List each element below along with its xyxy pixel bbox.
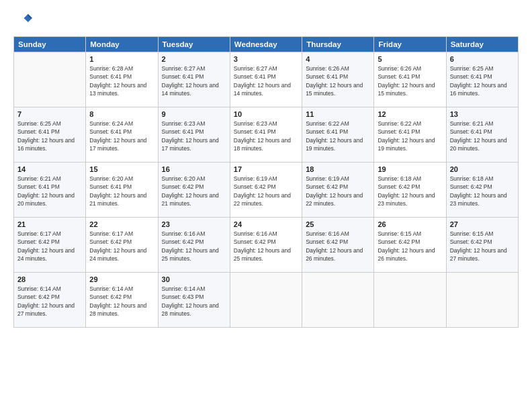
day-number: 19 [378, 165, 442, 173]
day-info: Sunrise: 6:21 AMSunset: 6:41 PMDaylight:… [450, 120, 515, 152]
day-info: Sunrise: 6:25 AMSunset: 6:41 PMDaylight:… [450, 64, 515, 97]
calendar-cell [374, 273, 446, 328]
day-info: Sunrise: 6:27 AMSunset: 6:41 PMDaylight:… [234, 64, 298, 97]
calendar-cell: 12Sunrise: 6:22 AMSunset: 6:41 PMDayligh… [374, 107, 446, 163]
day-info: Sunrise: 6:25 AMSunset: 6:41 PMDaylight:… [17, 120, 82, 152]
day-number: 5 [378, 55, 442, 63]
weekday-header-wednesday: Wednesday [230, 37, 302, 52]
day-info: Sunrise: 6:16 AMSunset: 6:42 PMDaylight:… [234, 230, 298, 263]
day-info: Sunrise: 6:22 AMSunset: 6:41 PMDaylight:… [306, 120, 370, 152]
day-info: Sunrise: 6:19 AMSunset: 6:42 PMDaylight:… [234, 175, 298, 208]
calendar-cell: 30Sunrise: 6:14 AMSunset: 6:43 PMDayligh… [158, 273, 230, 328]
day-info: Sunrise: 6:28 AMSunset: 6:41 PMDaylight:… [89, 64, 154, 97]
calendar-cell: 9Sunrise: 6:23 AMSunset: 6:41 PMDaylight… [158, 107, 230, 163]
weekday-header-friday: Friday [374, 37, 446, 52]
calendar-week-4: 21Sunrise: 6:17 AMSunset: 6:42 PMDayligh… [14, 218, 519, 273]
day-info: Sunrise: 6:26 AMSunset: 6:41 PMDaylight:… [378, 64, 442, 97]
day-number: 24 [234, 220, 298, 228]
calendar-cell: 25Sunrise: 6:16 AMSunset: 6:42 PMDayligh… [302, 218, 374, 273]
logo [13, 11, 35, 30]
day-info: Sunrise: 6:14 AMSunset: 6:42 PMDaylight:… [89, 285, 154, 318]
calendar-cell: 14Sunrise: 6:21 AMSunset: 6:41 PMDayligh… [14, 163, 86, 218]
day-number: 16 [162, 165, 226, 173]
calendar-cell: 19Sunrise: 6:18 AMSunset: 6:42 PMDayligh… [374, 163, 446, 218]
calendar-cell: 4Sunrise: 6:26 AMSunset: 6:41 PMDaylight… [302, 52, 374, 107]
calendar-cell: 16Sunrise: 6:20 AMSunset: 6:42 PMDayligh… [158, 163, 230, 218]
day-number: 1 [89, 55, 154, 63]
day-number: 26 [378, 220, 442, 228]
weekday-header-monday: Monday [86, 37, 158, 52]
calendar-cell: 13Sunrise: 6:21 AMSunset: 6:41 PMDayligh… [446, 107, 518, 163]
calendar-cell: 23Sunrise: 6:16 AMSunset: 6:42 PMDayligh… [158, 218, 230, 273]
day-info: Sunrise: 6:24 AMSunset: 6:41 PMDaylight:… [89, 120, 154, 152]
calendar-cell: 21Sunrise: 6:17 AMSunset: 6:42 PMDayligh… [14, 218, 86, 273]
weekday-header-saturday: Saturday [446, 37, 518, 52]
calendar-week-5: 28Sunrise: 6:14 AMSunset: 6:42 PMDayligh… [14, 273, 519, 328]
day-number: 20 [450, 165, 515, 173]
day-info: Sunrise: 6:22 AMSunset: 6:41 PMDaylight:… [378, 120, 442, 152]
calendar-cell: 2Sunrise: 6:27 AMSunset: 6:41 PMDaylight… [158, 52, 230, 107]
day-info: Sunrise: 6:15 AMSunset: 6:42 PMDaylight:… [450, 230, 515, 263]
day-info: Sunrise: 6:16 AMSunset: 6:42 PMDaylight:… [306, 230, 370, 263]
day-number: 6 [450, 55, 515, 63]
calendar-cell: 24Sunrise: 6:16 AMSunset: 6:42 PMDayligh… [230, 218, 302, 273]
day-info: Sunrise: 6:17 AMSunset: 6:42 PMDaylight:… [89, 230, 154, 263]
day-info: Sunrise: 6:27 AMSunset: 6:41 PMDaylight:… [162, 64, 226, 97]
weekday-header-sunday: Sunday [14, 37, 86, 52]
day-info: Sunrise: 6:14 AMSunset: 6:42 PMDaylight:… [17, 285, 82, 318]
day-number: 14 [17, 165, 82, 173]
day-number: 28 [17, 275, 82, 283]
calendar-cell: 8Sunrise: 6:24 AMSunset: 6:41 PMDaylight… [86, 107, 158, 163]
page: SundayMondayTuesdayWednesdayThursdayFrid… [0, 0, 532, 411]
day-number: 2 [162, 55, 226, 63]
weekday-header-thursday: Thursday [302, 37, 374, 52]
day-number: 3 [234, 55, 298, 63]
calendar-week-3: 14Sunrise: 6:21 AMSunset: 6:41 PMDayligh… [14, 163, 519, 218]
calendar-week-1: 1Sunrise: 6:28 AMSunset: 6:41 PMDaylight… [14, 52, 519, 107]
calendar-cell: 6Sunrise: 6:25 AMSunset: 6:41 PMDaylight… [446, 52, 518, 107]
calendar-cell [230, 273, 302, 328]
day-number: 12 [378, 110, 442, 118]
day-number: 10 [234, 110, 298, 118]
day-info: Sunrise: 6:17 AMSunset: 6:42 PMDaylight:… [17, 230, 82, 263]
day-number: 11 [306, 110, 370, 118]
calendar-cell: 15Sunrise: 6:20 AMSunset: 6:41 PMDayligh… [86, 163, 158, 218]
day-info: Sunrise: 6:20 AMSunset: 6:41 PMDaylight:… [89, 175, 154, 208]
day-number: 13 [450, 110, 515, 118]
header [13, 11, 519, 30]
calendar-week-2: 7Sunrise: 6:25 AMSunset: 6:41 PMDaylight… [14, 107, 519, 163]
calendar-header-row: SundayMondayTuesdayWednesdayThursdayFrid… [14, 37, 519, 52]
day-info: Sunrise: 6:19 AMSunset: 6:42 PMDaylight:… [306, 175, 370, 208]
calendar-cell: 11Sunrise: 6:22 AMSunset: 6:41 PMDayligh… [302, 107, 374, 163]
day-info: Sunrise: 6:15 AMSunset: 6:42 PMDaylight:… [378, 230, 442, 263]
calendar-cell [302, 273, 374, 328]
calendar-cell: 22Sunrise: 6:17 AMSunset: 6:42 PMDayligh… [86, 218, 158, 273]
calendar-cell [446, 273, 518, 328]
day-info: Sunrise: 6:26 AMSunset: 6:41 PMDaylight:… [306, 64, 370, 97]
calendar-cell: 28Sunrise: 6:14 AMSunset: 6:42 PMDayligh… [14, 273, 86, 328]
day-number: 27 [450, 220, 515, 228]
day-info: Sunrise: 6:16 AMSunset: 6:42 PMDaylight:… [162, 230, 226, 263]
day-number: 7 [17, 110, 82, 118]
day-info: Sunrise: 6:21 AMSunset: 6:41 PMDaylight:… [17, 175, 82, 208]
calendar-cell: 5Sunrise: 6:26 AMSunset: 6:41 PMDaylight… [374, 52, 446, 107]
calendar-cell [14, 52, 86, 107]
weekday-header-tuesday: Tuesday [158, 37, 230, 52]
day-info: Sunrise: 6:23 AMSunset: 6:41 PMDaylight:… [162, 120, 226, 152]
calendar-cell: 18Sunrise: 6:19 AMSunset: 6:42 PMDayligh… [302, 163, 374, 218]
calendar-cell: 3Sunrise: 6:27 AMSunset: 6:41 PMDaylight… [230, 52, 302, 107]
calendar-cell: 7Sunrise: 6:25 AMSunset: 6:41 PMDaylight… [14, 107, 86, 163]
day-info: Sunrise: 6:18 AMSunset: 6:42 PMDaylight:… [450, 175, 515, 208]
calendar-cell: 17Sunrise: 6:19 AMSunset: 6:42 PMDayligh… [230, 163, 302, 218]
day-number: 8 [89, 110, 154, 118]
calendar-cell: 26Sunrise: 6:15 AMSunset: 6:42 PMDayligh… [374, 218, 446, 273]
day-info: Sunrise: 6:23 AMSunset: 6:41 PMDaylight:… [234, 120, 298, 152]
calendar-cell: 20Sunrise: 6:18 AMSunset: 6:42 PMDayligh… [446, 163, 518, 218]
day-number: 22 [89, 220, 154, 228]
day-number: 23 [162, 220, 226, 228]
calendar-cell: 29Sunrise: 6:14 AMSunset: 6:42 PMDayligh… [86, 273, 158, 328]
day-number: 4 [306, 55, 370, 63]
day-info: Sunrise: 6:18 AMSunset: 6:42 PMDaylight:… [378, 175, 442, 208]
day-number: 21 [17, 220, 82, 228]
day-number: 18 [306, 165, 370, 173]
